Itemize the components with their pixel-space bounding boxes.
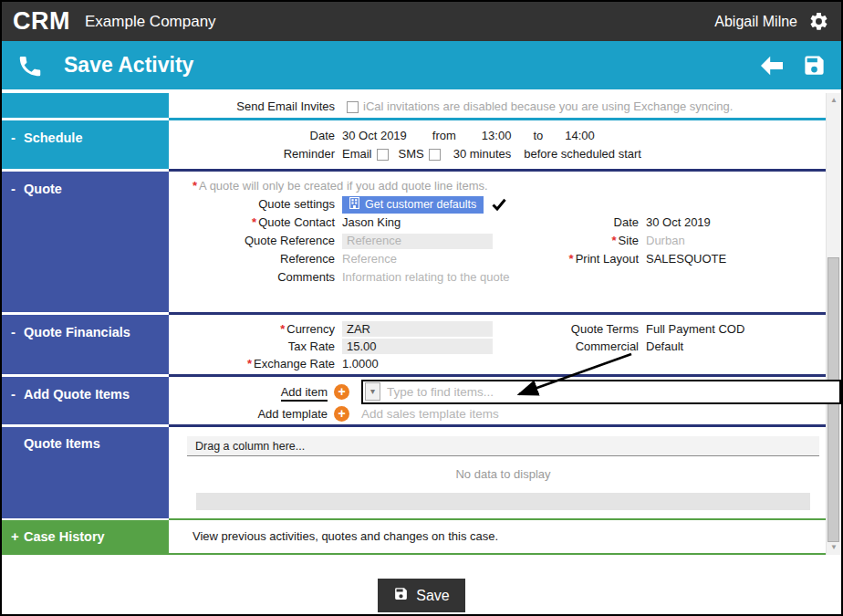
date-label: Date — [169, 128, 342, 144]
quote-note: * A quote will only be created if you ad… — [169, 177, 819, 195]
get-customer-defaults-label: Get customer defaults — [365, 198, 476, 211]
tax-rate-input[interactable]: 15.00 — [342, 339, 493, 354]
add-template-link[interactable]: Add template — [257, 407, 328, 421]
exchange-rate-value[interactable]: 1.0000 — [342, 356, 379, 372]
reminder-label: Reminder — [169, 146, 342, 162]
scroll-down-icon[interactable]: ▼ — [827, 540, 841, 555]
sidebar-item-invites[interactable] — [2, 93, 169, 120]
sidebar-item-schedule[interactable]: -Schedule — [2, 120, 169, 172]
check-icon — [492, 198, 506, 211]
get-customer-defaults-button[interactable]: Get customer defaults — [342, 196, 484, 214]
quote-settings-label: Quote settings — [169, 196, 342, 213]
sidebar-item-quote-financials[interactable]: -Quote Financials — [2, 315, 169, 377]
tax-rate-label: Tax Rate — [169, 339, 342, 355]
commercial-value[interactable]: Default — [646, 339, 683, 355]
quote-reference-label: Quote Reference — [169, 233, 342, 249]
site-value[interactable]: Durban — [646, 233, 685, 249]
reminder-minutes-value[interactable]: 30 minutes — [453, 146, 512, 162]
section-quote: -Quote * A quote will only be created if… — [2, 172, 841, 315]
site-label: *Site — [498, 233, 646, 249]
section-case-history: +Case History View previous activities, … — [2, 520, 841, 555]
column-drag-zone[interactable]: Drag a column here... — [187, 436, 819, 456]
commercial-label: Commercial — [498, 339, 646, 355]
quote-contact-value[interactable]: Jason King — [342, 214, 401, 231]
reference-input[interactable]: Reference — [342, 251, 397, 267]
quote-contact-label: *Quote Contact — [169, 214, 342, 231]
to-label: to — [533, 128, 543, 144]
exchange-rate-label: *Exchange Rate — [169, 356, 342, 372]
gear-icon[interactable] — [807, 10, 830, 34]
sidebar-item-quote-items[interactable]: Quote Items — [2, 427, 169, 520]
sidebar-item-label: Quote Items — [24, 436, 100, 451]
section-schedule: -Schedule Date 30 Oct 2019 from 13:00 to… — [2, 120, 841, 172]
collapse-icon[interactable]: - — [11, 181, 24, 196]
back-icon[interactable] — [758, 55, 786, 77]
add-template-hint: Add sales template items — [361, 407, 499, 421]
quote-terms-value[interactable]: Full Payment COD — [646, 321, 744, 338]
sidebar-item-label: Case History — [24, 529, 105, 544]
section-quote-financials: -Quote Financials *Currency ZAR Quote Te… — [2, 315, 841, 377]
find-items-input[interactable] — [380, 385, 839, 399]
sidebar-item-label: Add Quote Items — [24, 387, 130, 402]
topbar: CRM Example Company Abigail Milne — [2, 2, 841, 41]
quote-reference-input[interactable]: Reference — [342, 234, 493, 249]
required-marker: * — [193, 178, 197, 194]
currency-input[interactable]: ZAR — [342, 321, 493, 337]
currency-label: *Currency — [169, 321, 342, 338]
find-items-box: ▾ — [361, 380, 841, 404]
crm-logo: CRM — [13, 7, 70, 36]
comments-label: Comments — [169, 269, 342, 286]
add-template-plus-icon[interactable]: + — [334, 406, 349, 422]
send-email-invites-label: Send Email Invites — [169, 99, 342, 115]
app-window: CRM Example Company Abigail Milne Save A… — [0, 0, 843, 616]
email-reminder-checkbox[interactable] — [377, 149, 389, 161]
comments-input[interactable]: Information relating to the quote — [342, 269, 510, 286]
empty-grid-message: No data to display — [187, 456, 819, 493]
print-layout-value[interactable]: SALESQUOTE — [646, 251, 726, 267]
sidebar-item-add-quote-items[interactable]: -Add Quote Items — [2, 377, 169, 427]
ical-disabled-note: iCal invitations are disabled because yo… — [363, 99, 733, 115]
section-quote-items: Quote Items Drag a column here... No dat… — [2, 427, 841, 520]
save-button-label: Save — [416, 588, 449, 604]
company-name: Example Company — [85, 13, 216, 31]
page-header: Save Activity — [2, 41, 841, 89]
floppy-icon — [393, 586, 409, 605]
user-name[interactable]: Abigail Milne — [714, 14, 797, 30]
sidebar-item-case-history[interactable]: +Case History — [2, 520, 169, 555]
case-history-description: View previous activities, quotes and cha… — [193, 529, 498, 543]
sidebar-item-label: Quote Financials — [24, 325, 130, 339]
quote-date-value[interactable]: 30 Oct 2019 — [646, 214, 711, 231]
building-icon — [349, 197, 359, 212]
print-layout-label: *Print Layout — [498, 251, 646, 267]
footer: Save — [2, 555, 841, 614]
section-add-quote-items: -Add Quote Items Add item + ▾ Add templa… — [2, 377, 841, 427]
reference-label: Reference — [169, 251, 342, 267]
collapse-icon[interactable]: - — [11, 324, 24, 339]
collapse-icon[interactable]: - — [11, 386, 24, 402]
save-button[interactable]: Save — [378, 579, 464, 612]
from-time-value[interactable]: 13:00 — [482, 128, 512, 144]
sidebar-item-quote[interactable]: -Quote — [2, 172, 169, 315]
date-value[interactable]: 30 Oct 2019 — [342, 128, 407, 144]
expand-icon[interactable]: + — [11, 528, 24, 544]
horizontal-scrollbar[interactable] — [196, 493, 810, 510]
save-icon[interactable] — [802, 53, 827, 78]
collapse-icon[interactable]: - — [11, 130, 24, 145]
section-invites: Send Email Invites iCal invitations are … — [2, 93, 841, 120]
main-area: Send Email Invites iCal invitations are … — [2, 93, 841, 555]
chevron-down-icon[interactable]: ▾ — [365, 382, 380, 401]
send-email-invites-checkbox[interactable] — [347, 101, 359, 113]
vertical-scrollbar[interactable]: ▲ ▼ — [826, 93, 841, 555]
email-reminder-label: Email — [342, 146, 372, 162]
sidebar-item-label: Schedule — [24, 131, 82, 145]
sidebar-item-label: Quote — [24, 182, 62, 196]
sms-reminder-label: SMS — [399, 146, 424, 162]
scroll-up-icon[interactable]: ▲ — [827, 93, 841, 108]
sms-reminder-checkbox[interactable] — [429, 149, 441, 161]
quote-terms-label: Quote Terms — [498, 321, 646, 338]
to-time-value[interactable]: 14:00 — [565, 128, 595, 144]
add-item-plus-icon[interactable]: + — [334, 384, 349, 400]
add-item-link[interactable]: Add item — [281, 385, 328, 402]
from-label: from — [432, 128, 456, 144]
quote-date-label: Date — [498, 214, 646, 231]
